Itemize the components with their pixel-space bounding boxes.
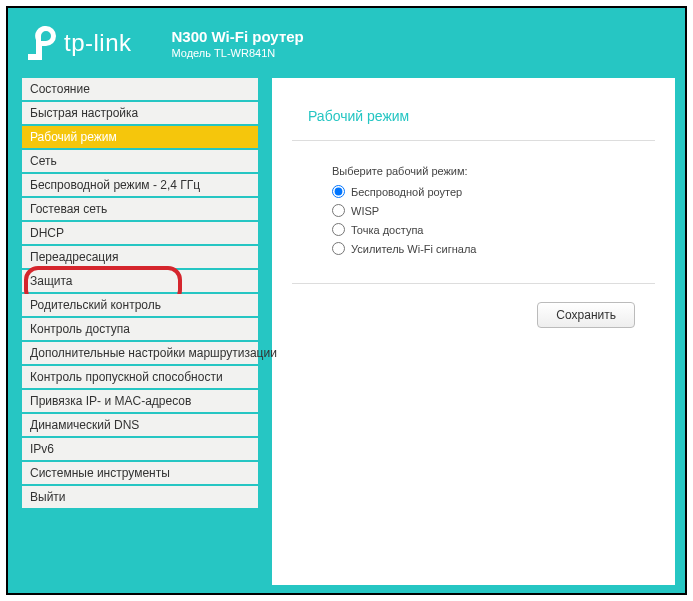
mode-options: Беспроводной роутерWISPТочка доступаУсил…: [332, 185, 655, 255]
sidebar-item-8[interactable]: Защита: [22, 270, 258, 294]
sidebar-item-14[interactable]: Динамический DNS: [22, 414, 258, 438]
sidebar-menu: СостояниеБыстрая настройкаРабочий режимС…: [22, 78, 258, 510]
mode-option-label: Беспроводной роутер: [351, 186, 462, 198]
sidebar-item-10[interactable]: Контроль доступа: [22, 318, 258, 342]
page-heading: Рабочий режим: [292, 102, 655, 141]
content-panel: Рабочий режим Выберите рабочий режим: Бе…: [272, 78, 675, 585]
mode-prompt: Выберите рабочий режим:: [332, 165, 655, 177]
mode-radio-0[interactable]: [332, 185, 345, 198]
sidebar-item-11[interactable]: Дополнительные настройки маршрутизации: [22, 342, 258, 366]
mode-option-3[interactable]: Усилитель Wi-Fi сигнала: [332, 242, 655, 255]
product-model: Модель TL-WR841N: [172, 47, 304, 59]
mode-radio-3[interactable]: [332, 242, 345, 255]
mode-radio-1[interactable]: [332, 204, 345, 217]
mode-option-2[interactable]: Точка доступа: [332, 223, 655, 236]
brand-text: tp-link: [64, 29, 132, 57]
sidebar-item-2[interactable]: Рабочий режим: [22, 126, 258, 150]
mode-option-1[interactable]: WISP: [332, 204, 655, 217]
sidebar-item-4[interactable]: Беспроводной режим - 2,4 ГГц: [22, 174, 258, 198]
divider: [292, 283, 655, 284]
sidebar-item-12[interactable]: Контроль пропускной способности: [22, 366, 258, 390]
header: tp-link N300 Wi-Fi роутер Модель TL-WR84…: [8, 8, 685, 78]
product-title: N300 Wi-Fi роутер: [172, 28, 304, 45]
mode-option-0[interactable]: Беспроводной роутер: [332, 185, 655, 198]
sidebar-item-17[interactable]: Выйти: [22, 486, 258, 510]
sidebar-item-7[interactable]: Переадресация: [22, 246, 258, 270]
mode-option-label: Усилитель Wi-Fi сигнала: [351, 243, 476, 255]
sidebar-item-13[interactable]: Привязка IP- и MAC-адресов: [22, 390, 258, 414]
tplink-logo-icon: [28, 26, 58, 60]
brand-logo: tp-link: [28, 26, 132, 60]
save-button[interactable]: Сохранить: [537, 302, 635, 328]
sidebar-item-16[interactable]: Системные инструменты: [22, 462, 258, 486]
sidebar-item-6[interactable]: DHCP: [22, 222, 258, 246]
sidebar-item-5[interactable]: Гостевая сеть: [22, 198, 258, 222]
mode-radio-2[interactable]: [332, 223, 345, 236]
sidebar-item-0[interactable]: Состояние: [22, 78, 258, 102]
header-title-block: N300 Wi-Fi роутер Модель TL-WR841N: [172, 28, 304, 59]
sidebar: СостояниеБыстрая настройкаРабочий режимС…: [8, 78, 258, 585]
mode-option-label: WISP: [351, 205, 379, 217]
sidebar-item-9[interactable]: Родительский контроль: [22, 294, 258, 318]
sidebar-item-3[interactable]: Сеть: [22, 150, 258, 174]
sidebar-item-15[interactable]: IPv6: [22, 438, 258, 462]
sidebar-item-1[interactable]: Быстрая настройка: [22, 102, 258, 126]
mode-option-label: Точка доступа: [351, 224, 423, 236]
